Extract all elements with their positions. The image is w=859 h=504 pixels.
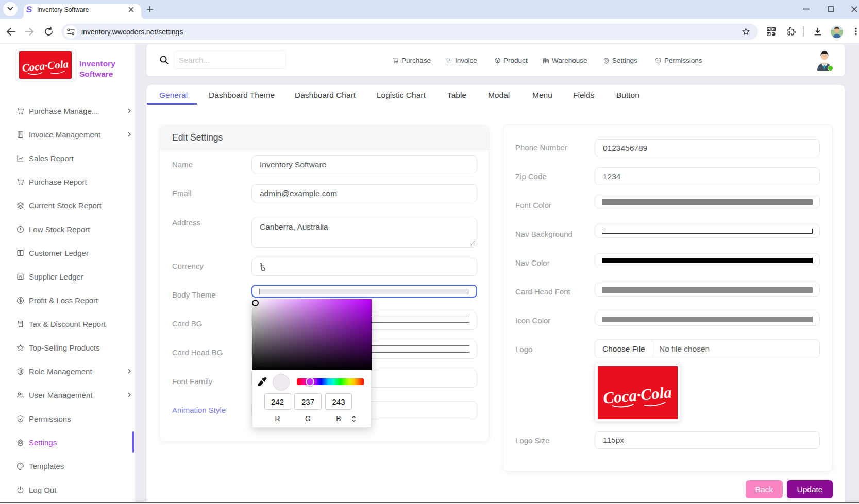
svg-text:Coca·Cola: Coca·Cola (22, 58, 69, 74)
svg-text:S: S (26, 5, 32, 14)
